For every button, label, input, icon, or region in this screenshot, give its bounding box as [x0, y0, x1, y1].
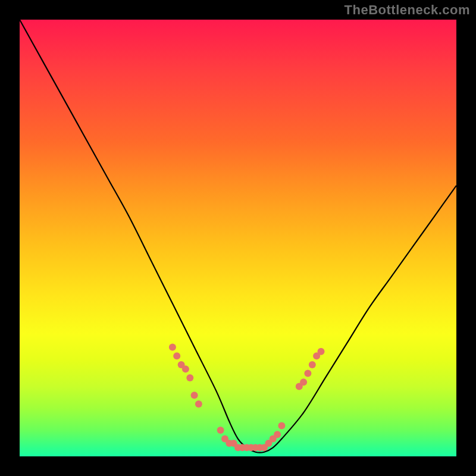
sample-point	[318, 348, 325, 355]
sample-point	[217, 427, 224, 434]
sample-point	[195, 400, 202, 408]
sample-point	[182, 365, 189, 372]
sample-point	[191, 392, 198, 399]
sample-point	[186, 374, 193, 381]
plot-area	[20, 20, 456, 456]
sample-point	[169, 344, 176, 351]
sample-point	[173, 352, 180, 359]
sample-point	[304, 370, 311, 377]
curve-svg	[20, 20, 456, 456]
chart-frame: TheBottleneck.com	[0, 0, 476, 476]
sample-point	[278, 422, 285, 430]
bottleneck-curve	[20, 20, 456, 453]
sample-points	[169, 344, 325, 452]
sample-point	[300, 378, 307, 386]
sample-point	[309, 361, 316, 368]
watermark-text: TheBottleneck.com	[345, 2, 470, 18]
sample-point	[274, 431, 281, 438]
